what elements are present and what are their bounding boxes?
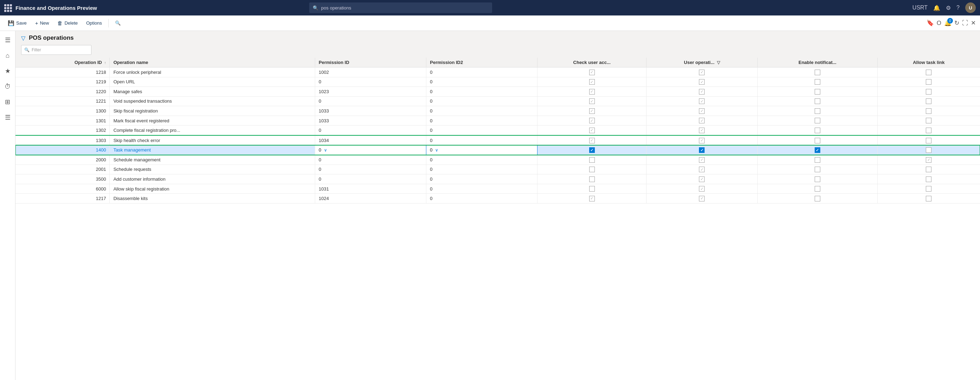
cell-permission-id2[interactable]: 0 ∨ xyxy=(426,145,538,155)
checkbox-cell[interactable] xyxy=(815,147,820,153)
checkbox-cell[interactable] xyxy=(926,176,931,182)
cell-enable-notif[interactable] xyxy=(758,165,878,174)
cell-allow-task[interactable] xyxy=(877,96,980,106)
table-row[interactable]: 1221Void suspended transactions00 xyxy=(16,96,980,106)
cell-user-ops[interactable] xyxy=(646,96,757,106)
refresh-icon[interactable]: ↻ xyxy=(955,19,959,27)
header-operation-name[interactable]: Operation name xyxy=(110,58,315,68)
checkbox-cell[interactable] xyxy=(589,138,595,143)
cell-check-user[interactable] xyxy=(538,106,646,116)
checkbox-cell[interactable] xyxy=(815,98,820,104)
header-allow-task[interactable]: Allow task link xyxy=(877,58,980,68)
checkbox-cell[interactable] xyxy=(589,196,595,201)
checkbox-cell[interactable] xyxy=(589,98,595,104)
checkbox-cell[interactable] xyxy=(926,166,931,172)
cell-check-user[interactable] xyxy=(538,135,646,145)
cell-allow-task[interactable] xyxy=(877,77,980,87)
header-user-ops[interactable]: User operati... ▽ xyxy=(646,58,757,68)
fullscreen-icon[interactable]: ⛶ xyxy=(962,20,968,27)
cell-user-ops[interactable] xyxy=(646,68,757,78)
table-row[interactable]: 1400Task management0 ∨0 ∨ xyxy=(16,145,980,155)
checkbox-cell[interactable] xyxy=(926,128,931,133)
checkbox-cell[interactable] xyxy=(589,147,595,153)
user-ops-filter-icon[interactable]: ▽ xyxy=(717,60,720,65)
cell-user-ops[interactable] xyxy=(646,87,757,97)
cell-enable-notif[interactable] xyxy=(758,174,878,184)
checkbox-cell[interactable] xyxy=(589,176,595,182)
cell-enable-notif[interactable] xyxy=(758,184,878,194)
avatar[interactable]: U xyxy=(965,2,976,13)
cell-allow-task[interactable] xyxy=(877,87,980,97)
cell-allow-task[interactable] xyxy=(877,135,980,145)
table-row[interactable]: 1302Complete fiscal registration pro...0… xyxy=(16,125,980,135)
table-row[interactable]: 1217Disassemble kits10240 xyxy=(16,194,980,204)
checkbox-cell[interactable] xyxy=(926,196,931,201)
table-row[interactable]: 6000Allow skip fiscal registration10310 xyxy=(16,184,980,194)
cell-enable-notif[interactable] xyxy=(758,77,878,87)
checkbox-cell[interactable] xyxy=(926,147,931,153)
checkbox-cell[interactable] xyxy=(926,157,931,163)
cell-check-user[interactable] xyxy=(538,77,646,87)
checkbox-cell[interactable] xyxy=(699,128,705,133)
filter-icon[interactable]: ▽ xyxy=(21,35,25,41)
cell-allow-task[interactable] xyxy=(877,68,980,78)
cell-check-user[interactable] xyxy=(538,96,646,106)
checkbox-cell[interactable] xyxy=(815,70,820,75)
table-row[interactable]: 2001Schedule requests00 xyxy=(16,165,980,174)
cell-user-ops[interactable] xyxy=(646,155,757,165)
header-operation-id[interactable]: Operation ID ↑ xyxy=(16,58,110,68)
table-row[interactable]: 1301Mark fiscal event registered10330 xyxy=(16,116,980,125)
cell-check-user[interactable] xyxy=(538,68,646,78)
cell-user-ops[interactable] xyxy=(646,184,757,194)
cell-allow-task[interactable] xyxy=(877,165,980,174)
checkbox-cell[interactable] xyxy=(926,186,931,192)
checkbox-cell[interactable] xyxy=(815,157,820,163)
checkbox-cell[interactable] xyxy=(815,79,820,85)
cell-enable-notif[interactable] xyxy=(758,68,878,78)
cell-enable-notif[interactable] xyxy=(758,194,878,204)
checkbox-cell[interactable] xyxy=(815,186,820,192)
cell-user-ops[interactable] xyxy=(646,145,757,155)
checkbox-cell[interactable] xyxy=(926,89,931,95)
checkbox-cell[interactable] xyxy=(589,79,595,85)
checkbox-cell[interactable] xyxy=(589,186,595,192)
cell-allow-task[interactable] xyxy=(877,106,980,116)
checkbox-cell[interactable] xyxy=(699,79,705,85)
cell-check-user[interactable] xyxy=(538,184,646,194)
checkbox-cell[interactable] xyxy=(589,157,595,163)
cell-user-ops[interactable] xyxy=(646,165,757,174)
checkbox-cell[interactable] xyxy=(589,70,595,75)
cell-check-user[interactable] xyxy=(538,174,646,184)
bookmark-icon[interactable]: 🔖 xyxy=(926,19,934,27)
cell-user-ops[interactable] xyxy=(646,174,757,184)
table-row[interactable]: 1218Force unlock peripheral10020 xyxy=(16,68,980,78)
search-filter-button[interactable]: 🔍 xyxy=(111,19,124,27)
checkbox-cell[interactable] xyxy=(926,118,931,124)
checkbox-cell[interactable] xyxy=(699,166,705,172)
settings-icon[interactable]: ⚙ xyxy=(946,5,951,11)
sidebar-item-home[interactable]: ⌂ xyxy=(2,49,14,62)
cell-allow-task[interactable] xyxy=(877,125,980,135)
sidebar-item-workspaces[interactable]: ⊞ xyxy=(2,96,14,108)
filter-input[interactable] xyxy=(32,48,88,52)
cell-enable-notif[interactable] xyxy=(758,87,878,97)
office-icon[interactable]: O xyxy=(937,20,941,27)
delete-button[interactable]: 🗑 Delete xyxy=(54,18,81,28)
checkbox-cell[interactable] xyxy=(699,118,705,124)
header-enable-notif[interactable]: Enable notificat... xyxy=(758,58,878,68)
checkbox-cell[interactable] xyxy=(589,166,595,172)
cell-enable-notif[interactable] xyxy=(758,96,878,106)
table-row[interactable]: 1300Skip fiscal registration10330 xyxy=(16,106,980,116)
checkbox-cell[interactable] xyxy=(699,176,705,182)
checkbox-cell[interactable] xyxy=(699,138,705,143)
checkbox-cell[interactable] xyxy=(815,166,820,172)
sidebar-item-menu[interactable]: ☰ xyxy=(2,34,14,46)
cell-enable-notif[interactable] xyxy=(758,155,878,165)
checkbox-cell[interactable] xyxy=(589,108,595,114)
sidebar-item-favorites[interactable]: ★ xyxy=(2,65,14,78)
table-row[interactable]: 2000Schedule management00 xyxy=(16,155,980,165)
cell-user-ops[interactable] xyxy=(646,194,757,204)
checkbox-cell[interactable] xyxy=(699,98,705,104)
cell-check-user[interactable] xyxy=(538,165,646,174)
checkbox-cell[interactable] xyxy=(699,147,705,153)
